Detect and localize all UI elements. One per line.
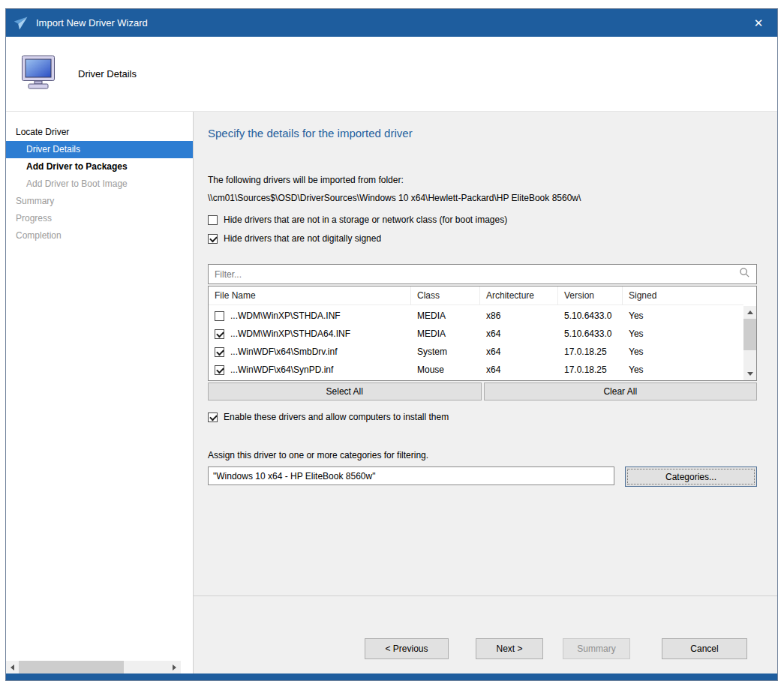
driver-version: 17.0.18.25 <box>558 343 623 361</box>
file-name-cell: ...WinWDF\x64\SmbDrv.inf <box>209 343 411 361</box>
scroll-left-arrow-icon[interactable] <box>6 661 19 674</box>
driver-architecture: x64 <box>480 325 558 343</box>
driver-row-checkbox[interactable] <box>215 329 224 339</box>
column-header-version[interactable]: Version <box>558 286 623 304</box>
close-icon[interactable]: ✕ <box>749 16 768 30</box>
driver-version: 5.10.6433.0 <box>558 307 623 325</box>
sidebar-item-add-driver-to-packages[interactable]: Add Driver to Packages <box>6 158 193 176</box>
window-title: Import New Driver Wizard <box>36 17 148 28</box>
hide-storage-checkbox[interactable] <box>208 215 218 225</box>
sidebar-item-summary: Summary <box>6 193 193 210</box>
categories-caption: Assign this driver to one or more catego… <box>208 450 757 460</box>
column-header-file-name[interactable]: File Name <box>209 286 411 304</box>
driver-architecture: x86 <box>480 307 558 325</box>
driver-row[interactable]: ...WDM\WinXP\STHDA.INFMEDIAx865.10.6433.… <box>209 307 743 325</box>
driver-class: System <box>411 343 480 361</box>
wizard-dart-icon <box>14 16 29 31</box>
sidebar-item-locate-driver[interactable]: Locate Driver <box>6 124 193 141</box>
driver-row[interactable]: ...WinWDF\x64\SmbDrv.infSystemx6417.0.18… <box>209 343 743 361</box>
categories-input[interactable] <box>208 466 614 485</box>
bottom-accent-strip <box>6 674 777 680</box>
next-button[interactable]: Next > <box>476 638 543 659</box>
scrollbar-thumb[interactable] <box>19 661 124 674</box>
page-title: Driver Details <box>78 68 137 80</box>
intro-text: The following drivers will be imported f… <box>208 175 757 185</box>
sidebar-item-progress: Progress <box>6 210 193 227</box>
wizard-steps-sidebar: Locate DriverDriver DetailsAdd Driver to… <box>6 112 194 674</box>
driver-signed: Yes <box>623 343 743 361</box>
enable-drivers-checkbox-row[interactable]: Enable these drivers and allow computers… <box>208 412 757 422</box>
driver-row[interactable]: ...WDM\WinXP\STHDA64.INFMEDIAx645.10.643… <box>209 325 743 343</box>
wizard-footer: < Previous Next > Summary Cancel <box>194 596 777 674</box>
driver-file-name: ...WDM\WinXP\STHDA64.INF <box>230 328 350 339</box>
column-header-signed[interactable]: Signed <box>623 286 743 304</box>
driver-table-body: ...WDM\WinXP\STHDA.INFMEDIAx865.10.6433.… <box>209 305 743 380</box>
table-vertical-scrollbar[interactable] <box>743 306 756 380</box>
enable-drivers-checkbox-label: Enable these drivers and allow computers… <box>224 412 449 422</box>
sidebar-item-completion: Completion <box>6 227 193 244</box>
select-all-button[interactable]: Select All <box>208 382 482 400</box>
hide-unsigned-checkbox-row[interactable]: Hide drivers that are not digitally sign… <box>208 233 757 244</box>
scroll-up-arrow-icon[interactable] <box>743 306 756 319</box>
scroll-down-arrow-icon[interactable] <box>743 368 756 380</box>
search-icon <box>739 267 750 281</box>
driver-class: Mouse <box>411 361 480 379</box>
filter-input[interactable] <box>215 269 739 280</box>
sidebar-item-driver-details[interactable]: Driver Details <box>6 141 193 158</box>
cancel-button[interactable]: Cancel <box>662 638 747 659</box>
categories-button[interactable]: Categories... <box>625 466 757 487</box>
driver-table-header: File NameClassArchitectureVersionSigned <box>209 286 743 305</box>
column-header-class[interactable]: Class <box>411 286 480 304</box>
enable-drivers-checkbox[interactable] <box>208 412 218 422</box>
file-name-cell: ...WDM\WinXP\STHDA.INF <box>209 307 411 325</box>
driver-file-name: ...WinWDF\x64\SynPD.inf <box>230 364 333 375</box>
sidebar-item-add-driver-to-boot-image: Add Driver to Boot Image <box>6 176 193 193</box>
hide-storage-checkbox-row[interactable]: Hide drivers that are not in a storage o… <box>208 214 757 225</box>
driver-signed: Yes <box>623 361 743 379</box>
driver-architecture: x64 <box>480 361 558 379</box>
scrollbar-track[interactable] <box>19 661 168 674</box>
computer-monitor-icon <box>21 55 60 94</box>
driver-details-panel: Specify the details for the imported dri… <box>194 112 777 596</box>
hide-storage-checkbox-label: Hide drivers that are not in a storage o… <box>224 214 507 225</box>
summary-button: Summary <box>563 638 630 659</box>
folder-path: \\cm01\Sources$\OSD\DriverSources\Window… <box>208 193 757 203</box>
driver-file-name: ...WinWDF\x64\SmbDrv.inf <box>230 346 337 357</box>
driver-architecture: x64 <box>480 343 558 361</box>
driver-signed: Yes <box>623 325 743 343</box>
scroll-right-arrow-icon[interactable] <box>168 661 181 674</box>
driver-list: File NameClassArchitectureVersionSigned … <box>208 286 757 381</box>
wizard-banner: Driver Details <box>6 37 777 112</box>
driver-signed: Yes <box>623 307 743 325</box>
scrollbar-thumb[interactable] <box>743 319 756 350</box>
column-header-architecture[interactable]: Architecture <box>480 286 558 304</box>
content-heading: Specify the details for the imported dri… <box>208 127 757 140</box>
clear-all-button[interactable]: Clear All <box>484 382 758 400</box>
driver-row[interactable]: ...WinWDF\x64\SynPD.infMousex6417.0.18.2… <box>209 361 743 379</box>
driver-version: 17.0.18.25 <box>558 361 623 379</box>
driver-version: 5.10.6433.0 <box>558 325 623 343</box>
driver-row-checkbox[interactable] <box>215 311 224 321</box>
previous-button[interactable]: < Previous <box>365 638 449 659</box>
driver-row-checkbox[interactable] <box>215 365 224 375</box>
driver-class: MEDIA <box>411 325 480 343</box>
driver-file-name: ...WDM\WinXP\STHDA.INF <box>230 310 341 321</box>
hide-signed-checkbox-label: Hide drivers that are not digitally sign… <box>224 233 381 244</box>
scrollbar-track[interactable] <box>743 319 756 368</box>
file-name-cell: ...WDM\WinXP\STHDA64.INF <box>209 325 411 343</box>
file-name-cell: ...WinWDF\x64\SynPD.inf <box>209 361 411 379</box>
wizard-steps: Locate DriverDriver DetailsAdd Driver to… <box>6 124 193 244</box>
import-driver-wizard-window: Import New Driver Wizard ✕ Driver Detail… <box>5 8 778 681</box>
hide-signed-checkbox[interactable] <box>208 234 218 244</box>
driver-class: MEDIA <box>411 307 480 325</box>
titlebar: Import New Driver Wizard ✕ <box>6 9 777 37</box>
sidebar-horizontal-scrollbar[interactable] <box>6 661 181 674</box>
filter-box[interactable] <box>208 264 757 284</box>
driver-row-checkbox[interactable] <box>215 347 224 357</box>
